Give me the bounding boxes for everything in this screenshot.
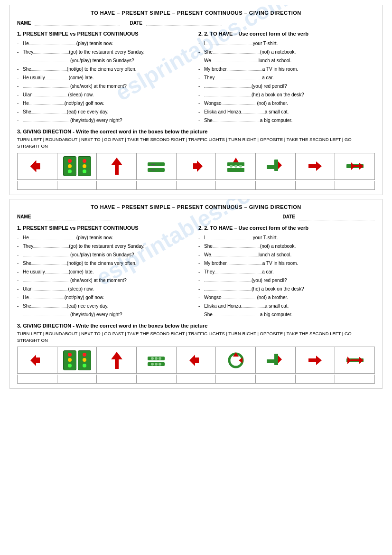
svg-point-16 (239, 165, 242, 168)
turn-left-icon-2 (27, 350, 47, 371)
ex2-item-2: - She (not) a notebook. (198, 48, 375, 56)
name-dotted-1 (35, 19, 120, 26)
next-to-icon (146, 156, 167, 177)
ex2b-item-5: - They a car. (198, 268, 375, 276)
traffic-light-icon-2b (78, 350, 91, 370)
ex1-item-3: - (you/play) tennis on Sundays? (17, 56, 194, 65)
go-straight-on-icon-2 (345, 350, 365, 371)
icon-next-to-1 (137, 153, 177, 179)
answer-cell-1-5[interactable] (177, 181, 216, 189)
icon2-take-second (177, 347, 216, 373)
name-label-2: NAME (17, 214, 31, 219)
worksheet-2: eslprintables.com TO HAVE – PRESENT SIMP… (9, 199, 383, 393)
answer-row-2 (17, 375, 375, 384)
icon2-roundabout (216, 347, 256, 373)
answer-cell-2-5[interactable] (177, 375, 216, 383)
take-second-right-icon (186, 156, 206, 177)
ex1b-item-1: - He (play) tennis now. (17, 234, 194, 242)
turn-right-arrow-icon (305, 156, 326, 177)
answer-cell-2-8[interactable] (296, 375, 336, 383)
traffic-light-icon-2 (78, 156, 91, 176)
answer-cell-1-8[interactable] (296, 181, 336, 189)
ex2b-item-4: - My brother a TV in his room. (198, 259, 375, 267)
ex1-item-6: - (she/work) at the moment? (17, 82, 194, 90)
ex1b-item-4: - She (not/go) to the cinema very often. (17, 259, 194, 267)
answer-cell-1-1[interactable] (18, 181, 57, 189)
answer-cell-2-3[interactable] (97, 375, 137, 383)
ex1b-item-9: - She (eat) rice every day. (17, 302, 194, 310)
icon2-go-straight-on (335, 347, 374, 373)
ex1b-item-8: - He (not/play) golf now. (17, 293, 194, 301)
icon2-traffic-lights (57, 347, 97, 373)
answer-cell-2-4[interactable] (137, 375, 177, 383)
svg-point-39 (155, 363, 158, 366)
worksheet-title-2: TO HAVE – PRESENT SIMPLE – PRESENT CONTI… (17, 204, 375, 210)
next-to-icon-2 (146, 350, 167, 371)
col-left-1: 1. PRESENT SIMPLE vs PRESENT CONTINUOUS … (17, 31, 194, 125)
answer-cell-1-7[interactable] (256, 181, 296, 189)
name-label-1: NAME (17, 20, 31, 26)
ex2-item-6: - (you) red pencil? (198, 82, 375, 90)
svg-point-35 (151, 357, 154, 360)
icon-turn-right-1 (256, 153, 296, 179)
ex1b-item-10: - (they/study) every night? (17, 310, 194, 319)
traffic-light-icon-2a (63, 350, 76, 370)
ex1-item-9: - She (eat) rice every day. (17, 108, 194, 116)
answer-cell-2-1[interactable] (18, 375, 57, 383)
word-bank-1: TURN LEFT | ROUNDABOUT | NEXT TO | GO PA… (17, 136, 375, 150)
svg-point-36 (155, 357, 158, 360)
ex1-item-4: - She (not/go) to the cinema very often. (17, 65, 194, 73)
answer-cell-1-6[interactable] (216, 181, 256, 189)
col-right-2: 2. 2. TO HAVE – Use correct form of the … (198, 225, 375, 319)
page: eslprintables.com TO HAVE – PRESENT SIMP… (0, 0, 392, 397)
section3-1: 3. GIVING DIRECTION - Write the correct … (17, 129, 375, 190)
answer-cell-1-3[interactable] (97, 181, 137, 189)
icon-roundabout-1 (216, 153, 256, 179)
ex2b-item-7: - (he) a book on the desk? (198, 285, 375, 293)
answer-cell-1-9[interactable] (335, 181, 374, 189)
turn-right-bend-icon-2 (265, 350, 286, 371)
ex1b-item-7: - Ulan (sleep) now. (17, 285, 194, 293)
date-dotted-1 (146, 19, 222, 26)
icon2-next-to (137, 347, 177, 373)
svg-rect-7 (151, 164, 155, 165)
date-label-2: DATE (283, 214, 295, 219)
go-straight-icon (106, 156, 127, 177)
ex1-item-5: - He usually (come) late. (17, 74, 194, 82)
svg-point-14 (230, 165, 233, 168)
icon-go-straight-1 (97, 153, 137, 179)
turn-right-arrow-icon-2 (305, 350, 326, 371)
ex2-item-4: - My brother a TV in his room. (198, 65, 375, 73)
svg-rect-49 (274, 354, 278, 365)
svg-rect-20 (274, 160, 278, 171)
take-second-icon-2 (186, 350, 206, 371)
svg-point-15 (234, 165, 237, 168)
name-date-row-1: NAME DATE (17, 19, 375, 26)
date-label-1: DATE (130, 20, 142, 26)
name-field-1: NAME (17, 19, 120, 26)
col-left-2: 1. PRESENT SIMPLE vs PRESENT CONTINUOUS … (17, 225, 194, 319)
col-right-1: 2. 2. TO HAVE – Use correct form of the … (198, 31, 375, 125)
ex1b-item-2: - They (go) to the restaurant every Sund… (17, 242, 194, 250)
go-straight-on-icon (345, 156, 365, 177)
icon-traffic-lights-1 (57, 153, 97, 179)
icons-row-1 (17, 153, 375, 180)
section2-title-2: 2. 2. TO HAVE – Use correct form of the … (198, 225, 375, 231)
ex2b-item-10: - She a big computer. (198, 310, 375, 319)
date-field-1: DATE (130, 19, 222, 26)
icon2-turn-right-bend (256, 347, 296, 373)
ex1-item-7: - Ulan (sleep) now. (17, 91, 194, 99)
ex1-item-2: - They (go) to the restaurant every Sund… (17, 48, 194, 56)
ex2b-item-1: - I your T-shirt. (198, 234, 375, 242)
ex1-item-8: - He (not/play) golf now. (17, 99, 194, 107)
answer-cell-1-2[interactable] (57, 181, 97, 189)
svg-rect-8 (151, 169, 155, 170)
ex2-item-5: - They a car. (198, 74, 375, 82)
word-bank-2: TURN LEFT | ROUNDABOUT | NEXT TO | GO PA… (17, 330, 375, 344)
answer-cell-1-4[interactable] (137, 181, 177, 189)
answer-cell-2-6[interactable] (216, 375, 256, 383)
date-field-2: DATE (283, 214, 375, 220)
answer-cell-2-9[interactable] (335, 375, 374, 383)
answer-cell-2-2[interactable] (57, 375, 97, 383)
answer-cell-2-7[interactable] (256, 375, 296, 383)
